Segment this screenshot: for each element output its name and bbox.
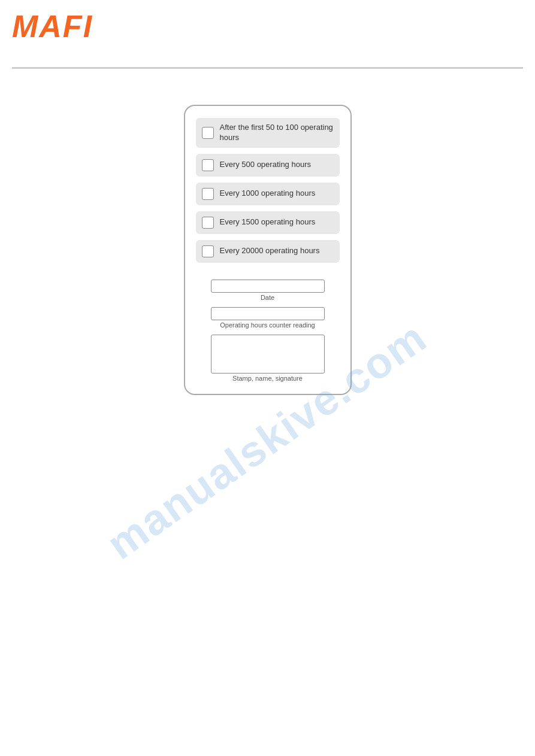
checkbox-item-5[interactable]: Every 20000 operating hours <box>196 240 340 263</box>
logo-container: MAFI <box>12 11 523 42</box>
checkbox-5[interactable] <box>202 245 214 257</box>
counter-input[interactable] <box>211 307 325 320</box>
stamp-label: Stamp, name, signature <box>232 375 303 382</box>
checkbox-label-5: Every 20000 operating hours <box>220 246 320 256</box>
stamp-textarea[interactable] <box>211 335 325 374</box>
checkbox-label-1: After the first 50 to 100 operating hour… <box>220 123 334 143</box>
counter-label: Operating hours counter reading <box>220 321 315 329</box>
date-input[interactable] <box>211 280 325 293</box>
checkbox-2[interactable] <box>202 159 214 171</box>
stamp-field-container: Stamp, name, signature <box>196 335 340 382</box>
counter-field-container: Operating hours counter reading <box>196 307 340 329</box>
checkbox-item-2[interactable]: Every 500 operating hours <box>196 154 340 177</box>
logo: MAFI <box>12 11 93 42</box>
main-content: manualskive.com After the first 50 to 10… <box>0 69 535 407</box>
date-label: Date <box>261 294 274 301</box>
service-card: After the first 50 to 100 operating hour… <box>184 105 352 395</box>
checkbox-1[interactable] <box>202 127 214 139</box>
spacer-1 <box>196 269 340 274</box>
header: MAFI <box>0 0 535 69</box>
date-field-container: Date <box>196 280 340 301</box>
checkbox-label-2: Every 500 operating hours <box>220 160 311 170</box>
checkbox-item-4[interactable]: Every 1500 operating hours <box>196 211 340 234</box>
checkbox-label-3: Every 1000 operating hours <box>220 189 316 199</box>
checkbox-3[interactable] <box>202 188 214 200</box>
checkbox-4[interactable] <box>202 217 214 229</box>
checkbox-item-1[interactable]: After the first 50 to 100 operating hour… <box>196 118 340 148</box>
checkbox-label-4: Every 1500 operating hours <box>220 217 316 227</box>
checkbox-item-3[interactable]: Every 1000 operating hours <box>196 183 340 205</box>
